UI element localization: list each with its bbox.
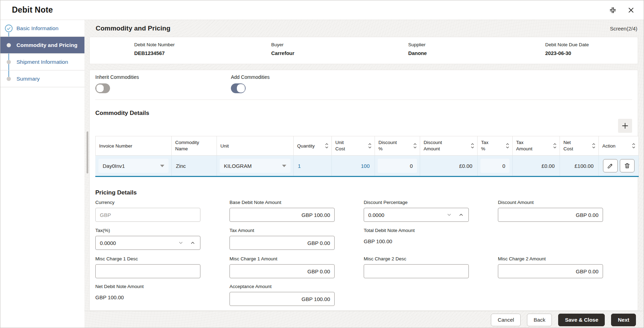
misc-charge-1-desc-input[interactable]	[95, 264, 200, 278]
column-header-discount-amount[interactable]: Discount Amount	[420, 136, 478, 156]
column-header-net-cost[interactable]: Net Cost	[560, 136, 599, 156]
field-label: Debit Note Number	[134, 42, 227, 47]
net-amount-label: Net Debit Note Amount	[95, 284, 229, 289]
commodity-details-table: Invoice Number Commodity Name Unit Quant…	[95, 136, 639, 177]
currency-label: Currency	[95, 200, 229, 205]
sort-icon[interactable]	[325, 143, 329, 149]
column-header-tax-pct[interactable]: Tax %	[478, 136, 513, 156]
column-header-quantity[interactable]: Quantity	[294, 136, 332, 156]
inherit-commodities-toggle[interactable]	[95, 83, 110, 93]
base-amount-label: Base Debit Note Amount	[229, 200, 364, 205]
chevron-down-icon	[282, 165, 286, 167]
save-and-close-button[interactable]: Save & Close	[558, 314, 605, 326]
tax-amount-label: Tax Amount	[229, 228, 364, 233]
vertical-scrollbar-thumb[interactable]	[87, 131, 88, 173]
field-label: Buyer	[271, 42, 364, 47]
step-label: Commodity and Pricing	[16, 42, 77, 48]
tax-amount-group: Tax Amount	[229, 228, 364, 250]
sort-icon[interactable]	[471, 143, 474, 149]
add-commodity-row-button[interactable]	[618, 119, 632, 133]
discount-pct-field[interactable]: 0	[378, 159, 417, 173]
close-icon[interactable]	[627, 6, 635, 14]
discount-percentage-label: Discount Percentage	[364, 200, 498, 205]
unit-select[interactable]: KILOGRAM	[220, 159, 290, 173]
sidebar-item-shipment-information[interactable]: Shipment Information	[0, 54, 84, 70]
next-button[interactable]: Next	[611, 314, 636, 326]
tax-amount-cell: £0.00	[513, 163, 560, 169]
total-amount-value: GBP 100.00	[364, 238, 498, 244]
column-header-invoice-number: Invoice Number	[96, 136, 172, 156]
summary-field-supplier: Supplier Danone	[364, 37, 501, 64]
delete-row-button[interactable]	[620, 159, 635, 172]
main-panel: Commodity and Pricing Screen(2/4) Debit …	[84, 20, 644, 328]
tax-amount-input[interactable]	[229, 236, 335, 250]
misc-charge-2-amount-input[interactable]	[498, 264, 603, 278]
tax-pct-field[interactable]: 0	[480, 159, 509, 173]
active-step-dot-icon	[5, 41, 13, 49]
decrement-chevron-down-icon[interactable]	[176, 236, 186, 250]
add-commodities-label: Add Commodities	[231, 74, 366, 80]
increment-chevron-up-icon[interactable]	[188, 236, 198, 250]
field-label: Supplier	[408, 42, 501, 47]
chevron-down-icon	[160, 165, 164, 167]
sort-icon[interactable]	[592, 143, 596, 149]
title-bar: Debit Note	[0, 0, 644, 20]
discount-amount-input[interactable]	[498, 208, 603, 222]
quantity-field[interactable]: 1	[294, 163, 331, 169]
add-commodities-toggle[interactable]	[231, 83, 246, 93]
column-header-unit-cost[interactable]: Unit Cost	[332, 136, 375, 156]
total-amount-group: Total Debit Note Amount GBP 100.00	[364, 228, 498, 250]
misc-charge-2-desc-input[interactable]	[364, 264, 469, 278]
misc-charge-1-amount-label: Misc Charge 1 Amount	[229, 256, 364, 262]
misc-charge-1-amount-input[interactable]	[229, 264, 335, 278]
increment-chevron-up-icon[interactable]	[456, 208, 466, 222]
inherit-commodities-label: Inherit Commodities	[95, 74, 231, 80]
collapse-icon	[609, 6, 617, 14]
commodity-pricing-card: Inherit Commodities Add Commodities Comm…	[89, 70, 638, 311]
column-header-tax-amount[interactable]: Tax Amount	[513, 136, 560, 156]
acceptance-amount-input[interactable]	[229, 292, 335, 306]
summary-field-due-date: Debit Note Due Date 2023-06-30	[501, 37, 638, 64]
unit-cost-field[interactable]: 100	[332, 163, 375, 169]
sort-icon[interactable]	[368, 143, 372, 149]
total-amount-label: Total Debit Note Amount	[364, 228, 498, 233]
net-cost-cell: £100.00	[560, 163, 598, 169]
base-amount-input[interactable]	[229, 208, 335, 222]
sort-icon[interactable]	[413, 143, 417, 149]
column-header-action[interactable]: Action	[599, 136, 639, 156]
invoice-number-select[interactable]: Day0Inv1	[98, 159, 169, 173]
misc-charge-2-desc-label: Misc Charge 2 Desc	[364, 256, 498, 262]
misc-charge-1-desc-group: Misc Charge 1 Desc	[95, 256, 229, 278]
sort-icon[interactable]	[506, 143, 509, 149]
cancel-button[interactable]: Cancel	[491, 314, 521, 326]
commodity-details-title: Commodity Details	[95, 110, 632, 117]
step-label: Basic Information	[16, 25, 59, 32]
column-header-unit: Unit	[217, 136, 294, 156]
sort-icon[interactable]	[553, 143, 557, 149]
table-header-row: Invoice Number Commodity Name Unit Quant…	[96, 136, 639, 156]
section-divider	[95, 100, 632, 100]
tax-percentage-group: Tax(%)	[95, 228, 229, 250]
base-amount-group: Base Debit Note Amount	[229, 200, 364, 222]
collapse-icon[interactable]	[609, 6, 617, 14]
sidebar-item-basic-information[interactable]: Basic Information	[0, 20, 84, 37]
debit-note-summary-strip: Debit Note Number DEB1234567 Buyer Carre…	[89, 37, 638, 64]
misc-charge-2-amount-group: Misc Charge 2 Amount	[498, 256, 632, 278]
summary-field-debit-note-number: Debit Note Number DEB1234567	[90, 37, 227, 64]
back-button[interactable]: Back	[527, 314, 552, 326]
field-value: Danone	[408, 50, 501, 56]
sort-icon[interactable]	[632, 143, 636, 149]
currency-input[interactable]	[95, 208, 200, 222]
decrement-chevron-down-icon[interactable]	[444, 208, 454, 222]
screen-indicator: Screen(2/4)	[610, 26, 637, 32]
page-title: Commodity and Pricing	[96, 25, 170, 32]
sidebar-item-commodity-and-pricing[interactable]: Commodity and Pricing	[0, 37, 84, 54]
acceptance-amount-group: Acceptance Amount	[229, 284, 364, 306]
currency-group: Currency	[95, 200, 229, 222]
field-value: DEB1234567	[134, 50, 227, 56]
edit-row-button[interactable]	[603, 159, 618, 172]
sidebar-item-summary[interactable]: Summary	[0, 70, 84, 87]
column-header-discount-pct[interactable]: Discount %	[375, 136, 420, 156]
misc-charge-2-desc-group: Misc Charge 2 Desc	[364, 256, 498, 278]
debit-note-window: Debit Note Basic Information	[0, 0, 644, 328]
